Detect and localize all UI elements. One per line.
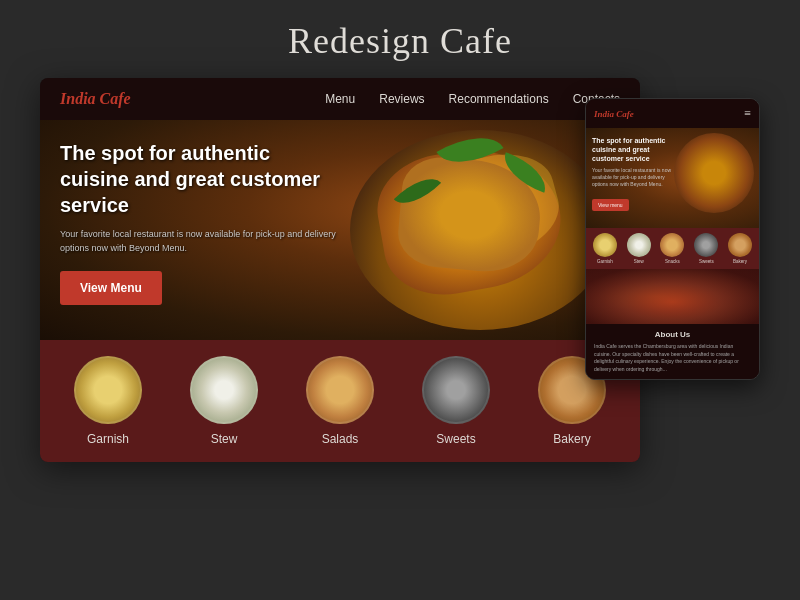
mobile-mockup: India Cafe ≡ The spot for authentic cuis… (585, 98, 760, 380)
category-img-sweets (422, 356, 490, 424)
category-stew[interactable]: Stew (190, 356, 258, 446)
category-salads[interactable]: Salads (306, 356, 374, 446)
mobile-about-text: India Cafe serves the Chambersburg area … (594, 343, 751, 373)
nav-link-reviews[interactable]: Reviews (379, 92, 424, 106)
mobile-cat-sweets[interactable]: Sweets (694, 233, 718, 264)
hero-cta-button[interactable]: View Menu (60, 271, 162, 305)
mobile-hero-text: Your favorite local restaurant is now av… (592, 167, 682, 188)
desktop-nav-links: Menu Reviews Recommendations Contacts (325, 92, 620, 106)
mobile-cat-img-garnish (593, 233, 617, 257)
desktop-categories: Garnish Stew Salads Sweets Bakery (40, 340, 640, 462)
desktop-hero: The spot for authentic cuisine and great… (40, 120, 640, 340)
mobile-cat-img-sweets (694, 233, 718, 257)
mobile-categories: Garnish Stew Snacks Sweets Bakery (586, 228, 759, 269)
hero-subtitle: Your favorite local restaurant is now av… (60, 228, 340, 255)
category-label-bakery: Bakery (553, 432, 590, 446)
mobile-about-image (586, 269, 759, 324)
mobile-hero-title: The spot for authentic cuisine and great… (592, 136, 682, 163)
nav-link-recommendations[interactable]: Recommendations (449, 92, 549, 106)
mobile-cat-bakery[interactable]: Bakery (728, 233, 752, 264)
category-img-garnish (74, 356, 142, 424)
category-label-salads: Salads (322, 432, 359, 446)
category-img-salads (306, 356, 374, 424)
mobile-navbar: India Cafe ≡ (586, 99, 759, 128)
hero-title: The spot for authentic cuisine and great… (60, 140, 340, 218)
mobile-cat-img-bakery (728, 233, 752, 257)
desktop-brand[interactable]: India Cafe (60, 90, 131, 108)
mobile-cat-garnish[interactable]: Garnish (593, 233, 617, 264)
desktop-mockup: India Cafe Menu Reviews Recommendations … (40, 78, 640, 462)
category-label-stew: Stew (211, 432, 238, 446)
mobile-cat-label-sweets: Sweets (699, 259, 714, 264)
hero-content: The spot for authentic cuisine and great… (60, 140, 340, 305)
mobile-cat-label-garnish: Garnish (597, 259, 613, 264)
mobile-hero-cta[interactable]: View menu (592, 199, 629, 211)
mobile-cat-label-snacks: Snacks (665, 259, 680, 264)
mobile-hero-food (674, 133, 754, 213)
mobile-cat-snacks[interactable]: Snacks (660, 233, 684, 264)
nav-link-menu[interactable]: Menu (325, 92, 355, 106)
hero-food-image (350, 130, 610, 330)
mockup-wrapper: India Cafe Menu Reviews Recommendations … (40, 78, 760, 462)
page-title: Redesign Cafe (288, 20, 512, 62)
mobile-cat-img-stew (627, 233, 651, 257)
desktop-navbar: India Cafe Menu Reviews Recommendations … (40, 78, 640, 120)
mobile-cat-stew[interactable]: Stew (627, 233, 651, 264)
mobile-cat-img-snacks (660, 233, 684, 257)
category-label-sweets: Sweets (436, 432, 475, 446)
mobile-about-title: About Us (594, 330, 751, 339)
category-garnish[interactable]: Garnish (74, 356, 142, 446)
category-label-garnish: Garnish (87, 432, 129, 446)
mobile-hero-content: The spot for authentic cuisine and great… (592, 136, 682, 211)
mobile-brand[interactable]: India Cafe (594, 109, 634, 119)
mobile-hamburger-icon[interactable]: ≡ (744, 106, 751, 121)
mobile-hero: The spot for authentic cuisine and great… (586, 128, 759, 228)
mobile-cat-label-bakery: Bakery (733, 259, 747, 264)
mobile-about-section: About Us India Cafe serves the Chambersb… (586, 324, 759, 379)
category-sweets[interactable]: Sweets (422, 356, 490, 446)
mobile-cat-label-stew: Stew (634, 259, 644, 264)
category-img-stew (190, 356, 258, 424)
